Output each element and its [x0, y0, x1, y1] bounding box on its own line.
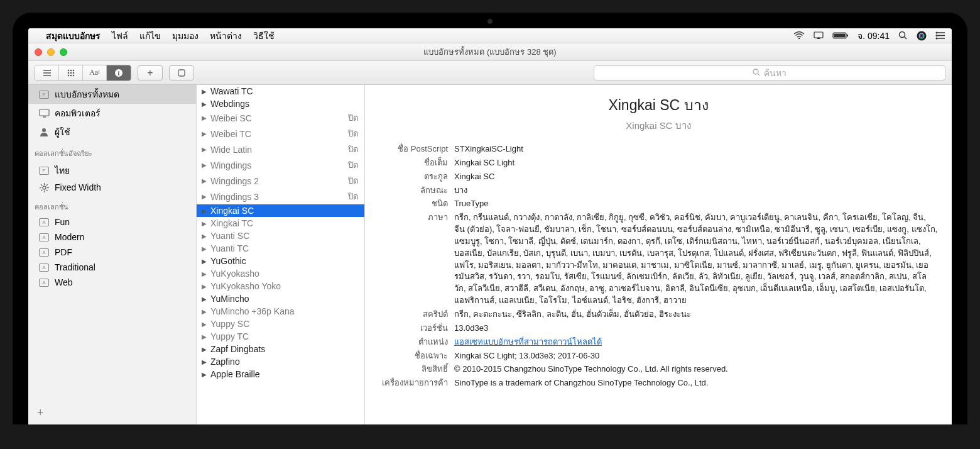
sidebar-collection-3[interactable]: ATraditional [28, 260, 196, 275]
font-row-wingdings-2[interactable]: ▶Wingdings 2ปิด [197, 173, 364, 189]
sidebar-smart-0[interactable]: Fไทย [28, 161, 196, 180]
font-row-yuppy-tc[interactable]: ▶Yuppy TC [197, 330, 364, 343]
menubar-app-name[interactable]: สมุดแบบอักษร [46, 29, 101, 43]
sidebar-header-collections: คอลเลกชั่น [28, 195, 196, 214]
airplay-icon[interactable] [814, 31, 824, 40]
disclosure-triangle-icon[interactable]: ▶ [202, 321, 208, 328]
font-row-weibei-tc[interactable]: ▶Weibei TCปิด [197, 126, 364, 141]
disclosure-triangle-icon[interactable]: ▶ [202, 177, 208, 184]
detail-value: 13.0d3e3 [454, 323, 938, 335]
battery-icon[interactable] [832, 31, 849, 40]
disclosure-triangle-icon[interactable]: ▶ [202, 146, 208, 153]
action-button[interactable] [169, 65, 194, 80]
disclosure-triangle-icon[interactable]: ▶ [202, 88, 208, 95]
disclosure-triangle-icon[interactable]: ▶ [202, 346, 208, 353]
sidebar-collection-1[interactable]: AModern [28, 230, 196, 245]
font-row-yugothic[interactable]: ▶YuGothic [197, 255, 364, 267]
svg-point-25 [67, 74, 69, 76]
disclosure-triangle-icon[interactable]: ▶ [202, 101, 208, 108]
view-info-icon[interactable]: i [107, 65, 131, 80]
font-row-wawati-tc[interactable]: ▶Wawati TC [197, 85, 364, 97]
add-button[interactable]: + [138, 65, 163, 80]
view-sample-icon[interactable]: AaI [83, 65, 107, 80]
font-row-wingdings-3[interactable]: ▶Wingdings 3ปิด [197, 189, 364, 204]
sidebar-collection-4[interactable]: AWeb [28, 275, 196, 290]
font-name: Yuppy TC [210, 331, 249, 341]
siri-icon[interactable] [917, 31, 927, 41]
view-list-icon[interactable] [35, 65, 59, 80]
wifi-icon[interactable] [793, 31, 805, 40]
disclosure-triangle-icon[interactable]: ▶ [202, 333, 208, 340]
font-row-yuanti-tc[interactable]: ▶Yuanti TC [197, 242, 364, 255]
font-status: ปิด [348, 174, 358, 187]
font-row-wingdings[interactable]: ▶Wingdingsปิด [197, 157, 364, 173]
disclosure-triangle-icon[interactable]: ▶ [202, 358, 208, 365]
detail-row-10: ลิขสิทธิ์© 2010-2015 Changzhou SinoType … [379, 363, 938, 375]
disclosure-triangle-icon[interactable]: ▶ [202, 245, 208, 252]
disclosure-triangle-icon[interactable]: ▶ [202, 233, 208, 240]
font-name: Zapf Dingbats [210, 344, 265, 354]
disclosure-triangle-icon[interactable]: ▶ [202, 258, 208, 265]
font-row-webdings[interactable]: ▶Webdings [197, 97, 364, 110]
menubar-view[interactable]: มุมมอง [172, 29, 199, 43]
disclosure-triangle-icon[interactable]: ▶ [202, 308, 208, 315]
sidebar-collection-0[interactable]: AFun [28, 214, 196, 230]
sidebar-item-0[interactable]: Fแบบอักษรทั้งหมด [28, 85, 196, 104]
font-row-weibei-sc[interactable]: ▶Weibei SCปิด [197, 110, 364, 126]
menubar-edit[interactable]: แก้ไข [139, 29, 161, 43]
svg-line-44 [41, 189, 42, 191]
detail-value[interactable]: แอสเซทแบบอักษรที่สามารถดาวน์โหลดได้ [454, 336, 938, 348]
font-row-yumincho-+36p-kana[interactable]: ▶YuMincho +36p Kana [197, 305, 364, 318]
close-button[interactable] [35, 48, 42, 56]
disclosure-triangle-icon[interactable]: ▶ [202, 208, 208, 214]
disclosure-triangle-icon[interactable]: ▶ [202, 130, 208, 137]
sidebar-collection-2[interactable]: APDF [28, 245, 196, 260]
svg-line-41 [41, 184, 42, 186]
font-row-apple-braille[interactable]: ▶Apple Braille [197, 368, 364, 380]
font-row-yuanti-sc[interactable]: ▶Yuanti SC [197, 230, 364, 242]
sidebar-smart-1[interactable]: Fixed Width [28, 180, 196, 195]
disclosure-triangle-icon[interactable]: ▶ [202, 296, 208, 302]
font-name: YuKyokasho Yoko [210, 281, 281, 291]
font-row-yukyokasho[interactable]: ▶YuKyokasho [197, 267, 364, 280]
spotlight-icon[interactable] [898, 31, 908, 40]
font-name: Wide Latin [210, 145, 252, 155]
font-row-xingkai-sc[interactable]: ▶Xingkai SC [197, 204, 364, 217]
font-row-zapfino[interactable]: ▶Zapfino [197, 355, 364, 368]
font-row-yuppy-sc[interactable]: ▶Yuppy SC [197, 318, 364, 330]
disclosure-triangle-icon[interactable]: ▶ [202, 220, 208, 227]
menubar-help[interactable]: วิธีใช้ [253, 29, 275, 43]
menubar-window[interactable]: หน้าต่าง [210, 29, 242, 43]
search-field[interactable]: ค้นหา [594, 65, 945, 80]
window-title: แบบอักษรทั้งหมด (แบบอักษร 328 ชุด) [423, 45, 556, 58]
sidebar-item-2[interactable]: ผู้ใช้ [28, 123, 196, 141]
menubar-clock[interactable]: จ. 09:41 [858, 29, 890, 43]
sidebar-label: แบบอักษรทั้งหมด [55, 87, 119, 101]
font-row-yukyokasho-yoko[interactable]: ▶YuKyokasho Yoko [197, 280, 364, 292]
svg-point-26 [70, 74, 72, 76]
notification-center-icon[interactable] [935, 31, 945, 40]
minimize-button[interactable] [47, 48, 55, 56]
disclosure-triangle-icon[interactable]: ▶ [202, 114, 208, 121]
font-row-wide-latin[interactable]: ▶Wide Latinปิด [197, 141, 364, 157]
view-mode-segment: AaI i [35, 65, 131, 81]
font-name: Zapfino [210, 357, 240, 367]
sidebar-add-button[interactable]: + [28, 401, 196, 424]
disclosure-triangle-icon[interactable]: ▶ [202, 371, 208, 378]
font-row-yumincho[interactable]: ▶YuMincho [197, 292, 364, 305]
zoom-button[interactable] [60, 48, 67, 56]
font-row-zapf-dingbats[interactable]: ▶Zapf Dingbats [197, 343, 364, 355]
detail-value: SinoType is a trademark of Changzhou Sin… [454, 377, 938, 389]
sidebar-item-1[interactable]: คอมพิวเตอร์ [28, 104, 196, 123]
disclosure-triangle-icon[interactable]: ▶ [202, 270, 208, 277]
view-grid-icon[interactable] [59, 65, 83, 80]
svg-point-7 [917, 31, 927, 40]
disclosure-triangle-icon[interactable]: ▶ [202, 283, 208, 290]
font-row-xingkai-tc[interactable]: ▶Xingkai TC [197, 217, 364, 230]
menubar-file[interactable]: ไฟล์ [112, 29, 128, 43]
svg-point-21 [72, 69, 74, 71]
disclosure-triangle-icon[interactable]: ▶ [202, 193, 208, 200]
menubar: สมุดแบบอักษร ไฟล์ แก้ไข มุมมอง หน้าต่าง … [28, 28, 952, 43]
disclosure-triangle-icon[interactable]: ▶ [202, 162, 208, 169]
font-status: ปิด [348, 143, 358, 156]
